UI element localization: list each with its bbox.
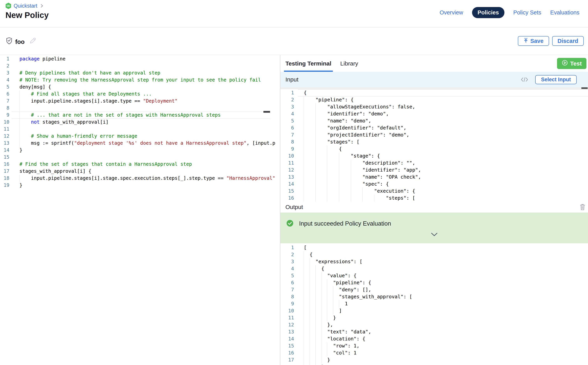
code-line[interactable]: 6 "pipeline": { bbox=[280, 279, 588, 286]
indent-guide bbox=[327, 167, 327, 174]
select-input-button[interactable]: Select Input bbox=[535, 75, 577, 84]
test-button-label: Test bbox=[570, 60, 582, 67]
line-number: 9 bbox=[280, 146, 294, 153]
code-line[interactable]: 6 "orgIdentifier": "default", bbox=[280, 124, 588, 131]
indent-guide bbox=[304, 110, 304, 117]
indent-guide bbox=[315, 335, 316, 342]
code-line[interactable]: 3# Deny pipelines that don't have an app… bbox=[0, 70, 280, 77]
test-button[interactable]: Test bbox=[557, 58, 587, 69]
code-line[interactable]: 5 "value": { bbox=[280, 272, 588, 279]
code-line[interactable]: 19} bbox=[0, 182, 280, 189]
discard-button[interactable]: Discard bbox=[552, 36, 584, 46]
indent-guide bbox=[315, 342, 316, 349]
nav-policy-sets[interactable]: Policy Sets bbox=[513, 9, 541, 16]
input-json-editor[interactable]: 1{2 "pipeline": {3 "allowStageExecutions… bbox=[280, 89, 588, 202]
indent-guide bbox=[304, 167, 304, 174]
code-line[interactable]: 2 { bbox=[280, 251, 588, 258]
pencil-icon[interactable] bbox=[29, 37, 37, 45]
code-line[interactable]: 10 ] bbox=[280, 307, 588, 314]
code-line[interactable]: 17 } bbox=[280, 356, 588, 364]
code-line[interactable]: 3 "expressions": [ bbox=[280, 258, 588, 265]
code-line[interactable]: 8 bbox=[0, 105, 280, 112]
trash-icon[interactable] bbox=[579, 204, 586, 211]
code-line[interactable]: 18 } bbox=[280, 364, 588, 365]
indent-guide bbox=[315, 300, 316, 307]
code-line[interactable]: 10 not stages_with_approval[i] bbox=[0, 119, 280, 126]
code-line[interactable]: 6 # Find all stages that are Deployments… bbox=[0, 91, 280, 98]
code-line[interactable]: 9 # ... that are not in the set of stage… bbox=[0, 112, 280, 119]
code-line[interactable]: 11 "description": "", bbox=[280, 160, 588, 167]
code-line[interactable]: 11 bbox=[0, 126, 280, 133]
code-line[interactable]: 7 "projectIdentifier": "demo", bbox=[280, 131, 588, 138]
code-line[interactable]: 16 "col": 1 bbox=[280, 349, 588, 356]
line-number: 16 bbox=[280, 349, 294, 356]
nav-policies[interactable]: Policies bbox=[472, 7, 504, 18]
indent-guide bbox=[20, 91, 20, 98]
code-line[interactable]: 10 "stage": { bbox=[280, 153, 588, 160]
indent-guide bbox=[20, 119, 20, 126]
code-line[interactable]: 14 "spec": { bbox=[280, 181, 588, 188]
code-line[interactable]: 13 msg := sprintf("deployment stage '%s'… bbox=[0, 140, 280, 147]
code-text: } bbox=[304, 364, 324, 365]
code-line[interactable]: 16# Find the set of stages that contain … bbox=[0, 161, 280, 168]
code-line[interactable]: 1[ bbox=[280, 244, 588, 251]
tab-testing-terminal[interactable]: Testing Terminal bbox=[285, 55, 331, 72]
code-line[interactable]: 14} bbox=[0, 147, 280, 154]
nav-overview[interactable]: Overview bbox=[439, 9, 463, 16]
indent-guide bbox=[351, 188, 351, 195]
indent-guide bbox=[304, 188, 304, 195]
line-number: 13 bbox=[280, 174, 294, 181]
code-line[interactable]: 4# NOTE: Try removing the HarnessApprova… bbox=[0, 77, 280, 84]
output-json-editor[interactable]: 1[2 {3 "expressions": [4 {5 "value": {6 … bbox=[280, 243, 588, 365]
code-text: "identifier": "demo", bbox=[304, 110, 389, 117]
code-line[interactable]: 8 "stages_with_approval": [ bbox=[280, 293, 588, 300]
code-line[interactable]: 8 "stages": [ bbox=[280, 138, 588, 146]
code-line[interactable]: 15 "row": 1, bbox=[280, 342, 588, 349]
code-line[interactable]: 5deny[msg] { bbox=[0, 84, 280, 91]
indent-guide bbox=[315, 293, 316, 300]
chevron-down-icon[interactable] bbox=[431, 232, 438, 237]
tab-library[interactable]: Library bbox=[340, 55, 358, 72]
code-text: "text": "data", bbox=[304, 328, 371, 335]
code-line[interactable]: 4 { bbox=[280, 265, 588, 272]
code-line[interactable]: 9 1 bbox=[280, 300, 588, 307]
code-line[interactable]: 7 "deny": [], bbox=[280, 286, 588, 293]
code-line[interactable]: 13 "text": "data", bbox=[280, 328, 588, 335]
code-line[interactable]: 1{ bbox=[280, 89, 588, 96]
code-line[interactable]: 3 "allowStageExecutions": false, bbox=[280, 103, 588, 110]
code-line[interactable]: 5 "name": "demo", bbox=[280, 117, 588, 124]
code-line[interactable]: 7 input.pipeline.stages[i].stage.type ==… bbox=[0, 98, 280, 105]
code-line[interactable]: 2 "pipeline": { bbox=[280, 96, 588, 103]
code-line[interactable]: 15 bbox=[0, 154, 280, 161]
code-line[interactable]: 13 "name": "OPA check", bbox=[280, 174, 588, 181]
indent-guide bbox=[321, 335, 321, 342]
code-line[interactable]: 12 # Show a human-friendly error message bbox=[0, 133, 280, 140]
code-line[interactable]: 9 { bbox=[280, 146, 588, 153]
line-number: 3 bbox=[0, 70, 9, 77]
indent-guide bbox=[20, 140, 20, 147]
code-line[interactable]: 4 "identifier": "demo", bbox=[280, 110, 588, 117]
nav-evaluations[interactable]: Evaluations bbox=[550, 9, 579, 16]
code-line[interactable]: 17stages_with_approval[i] { bbox=[0, 168, 280, 175]
indent-guide bbox=[20, 126, 20, 133]
code-text: "identifier": "app", bbox=[304, 167, 421, 174]
code-line[interactable]: 16 "steps": [ bbox=[280, 195, 588, 202]
code-brackets-icon[interactable] bbox=[520, 77, 529, 83]
save-button[interactable]: Save bbox=[518, 36, 549, 46]
indent-guide bbox=[20, 105, 20, 112]
code-text: "description": "", bbox=[304, 160, 415, 167]
code-line[interactable]: 1package pipeline bbox=[0, 55, 280, 62]
rego-editor[interactable]: 1package pipeline23# Deny pipelines that… bbox=[0, 55, 280, 189]
scrollbar-thumb[interactable] bbox=[581, 87, 588, 89]
input-editor-scrollbar[interactable] bbox=[280, 87, 588, 89]
code-line[interactable]: 12 "identifier": "app", bbox=[280, 167, 588, 174]
code-line[interactable]: 11 } bbox=[280, 314, 588, 321]
code-line[interactable]: 15 "execution": { bbox=[280, 188, 588, 195]
code-line[interactable]: 14 "location": { bbox=[280, 335, 588, 342]
testing-tabs-row: Testing TerminalLibrary Test bbox=[280, 55, 588, 72]
code-line[interactable]: 2 bbox=[0, 62, 280, 70]
code-line[interactable]: 18 input.pipeline.stages[i].stage.spec.e… bbox=[0, 175, 280, 182]
indent-guide bbox=[321, 328, 321, 335]
breadcrumb-link-quickstart[interactable]: Quickstart bbox=[14, 3, 37, 9]
code-line[interactable]: 12 }, bbox=[280, 321, 588, 328]
